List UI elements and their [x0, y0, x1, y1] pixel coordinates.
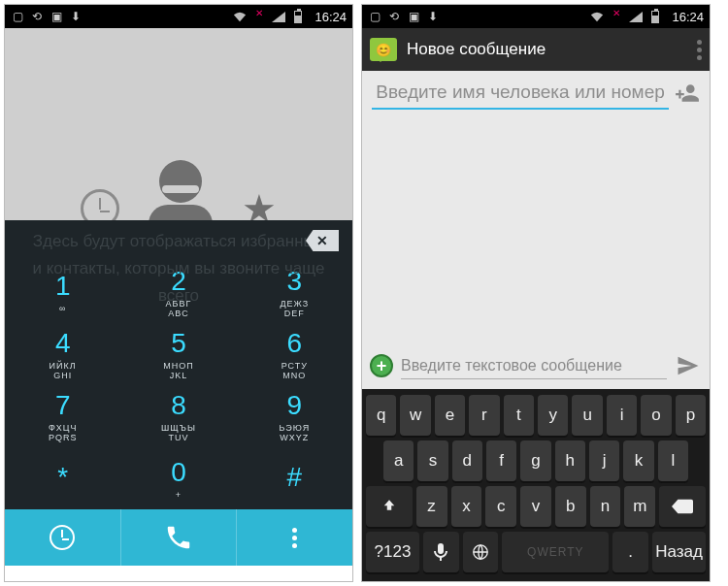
key-t[interactable]: t: [504, 395, 534, 436]
backspace-button[interactable]: ✕: [306, 230, 339, 251]
key-j[interactable]: j: [589, 440, 619, 481]
mic-key[interactable]: [423, 532, 459, 572]
message-input[interactable]: Введите текстовое сообщение: [401, 353, 667, 379]
signal-icon: [272, 10, 285, 23]
dial-key-6[interactable]: 6РСТУ MNO: [237, 323, 352, 385]
link-icon: ⟲: [387, 10, 401, 23]
battery-icon: [648, 10, 662, 23]
status-bar: ▢ ⟲ ▣ ⬇ ✕ 16:24: [5, 5, 352, 28]
gallery-icon: ▢: [368, 10, 381, 23]
key-h[interactable]: h: [555, 440, 585, 481]
key-v[interactable]: v: [520, 486, 551, 527]
dialer-bottom-bar: [5, 509, 352, 566]
briefcase-icon: ▣: [50, 10, 63, 23]
dial-key-9[interactable]: 9ЬЭЮЯ WXYZ: [237, 385, 352, 447]
messaging-title: Новое сообщение: [407, 40, 687, 59]
briefcase-icon: ▣: [407, 10, 420, 23]
language-key[interactable]: [463, 532, 499, 572]
key-e[interactable]: e: [435, 395, 465, 436]
add-contact-icon[interactable]: [675, 81, 700, 106]
key-d[interactable]: d: [452, 440, 482, 481]
dial-keypad: 1∞2АБВГ ABC3ДЕЖЗ DEF4ИЙКЛ GHI5МНОП JKL6Р…: [5, 261, 352, 509]
key-n[interactable]: n: [590, 486, 621, 527]
shift-key[interactable]: [366, 486, 413, 527]
space-key[interactable]: QWERTY: [502, 532, 609, 572]
phone-icon: [164, 523, 193, 552]
status-time: 16:24: [672, 10, 704, 24]
recipient-input[interactable]: Введите имя человека или номер: [372, 81, 669, 110]
dialer-panel: Здесь будут отображаться избранные и кон…: [5, 220, 352, 509]
download-icon: ⬇: [426, 10, 440, 23]
send-button[interactable]: [675, 352, 702, 379]
key-z[interactable]: z: [416, 486, 447, 527]
period-key[interactable]: .: [612, 532, 648, 572]
clock-icon: [50, 525, 75, 550]
backspace-key[interactable]: [659, 486, 706, 527]
key-o[interactable]: o: [641, 395, 671, 436]
status-bar: ▢ ⟲ ▣ ⬇ ✕ 16:24: [362, 5, 710, 28]
key-q[interactable]: q: [366, 395, 396, 436]
dial-key-1[interactable]: 1∞: [5, 261, 120, 323]
key-g[interactable]: g: [520, 440, 550, 481]
overflow-button[interactable]: [697, 40, 702, 60]
no-sim-icon: ✕: [252, 6, 266, 19]
wifi-icon: [590, 10, 604, 23]
key-m[interactable]: m: [624, 486, 655, 527]
key-a[interactable]: a: [383, 440, 414, 481]
key-y[interactable]: y: [538, 395, 568, 436]
back-key[interactable]: Назад: [652, 532, 706, 572]
key-x[interactable]: x: [451, 486, 482, 527]
history-button[interactable]: [5, 509, 120, 566]
dial-key-4[interactable]: 4ИЙКЛ GHI: [5, 323, 120, 385]
dial-key-5[interactable]: 5МНОП JKL: [120, 323, 236, 385]
soft-keyboard: qwertyuiop asdfghjkl zxcvbnm ?123QWERTY.…: [362, 389, 710, 581]
key-c[interactable]: c: [485, 486, 516, 527]
key-s[interactable]: s: [417, 440, 447, 481]
signal-icon: [629, 10, 643, 23]
dial-key-#[interactable]: #: [237, 447, 352, 509]
messaging-app-icon: 😊: [370, 38, 397, 61]
status-time: 16:24: [314, 10, 347, 24]
wifi-icon: [233, 10, 247, 23]
dial-key-*[interactable]: *: [5, 447, 120, 509]
key-l[interactable]: l: [658, 440, 688, 481]
download-icon: ⬇: [69, 10, 83, 23]
no-sim-icon: ✕: [610, 6, 623, 19]
battery-icon: [291, 10, 305, 23]
key-b[interactable]: b: [555, 486, 586, 527]
link-icon: ⟲: [30, 10, 44, 23]
key-p[interactable]: p: [676, 395, 706, 436]
contact-avatar-icon: [147, 160, 215, 228]
key-r[interactable]: r: [469, 395, 499, 436]
key-i[interactable]: i: [607, 395, 637, 436]
compose-row: + Введите текстовое сообщение: [362, 342, 710, 389]
dial-key-0[interactable]: 0+: [120, 447, 236, 509]
message-thread-area: [362, 110, 710, 342]
key-k[interactable]: k: [623, 440, 653, 481]
gallery-icon: ▢: [11, 10, 24, 23]
key-u[interactable]: u: [572, 395, 602, 436]
attach-button[interactable]: +: [370, 354, 393, 377]
key-f[interactable]: f: [486, 440, 516, 481]
messaging-header: 😊 Новое сообщение: [362, 28, 710, 71]
dial-key-8[interactable]: 8ШЩЪЫ TUV: [120, 385, 236, 447]
dial-key-3[interactable]: 3ДЕЖЗ DEF: [237, 261, 352, 323]
dial-key-2[interactable]: 2АБВГ ABC: [120, 261, 236, 323]
dialer-favorites-area: ★: [5, 28, 352, 220]
symbols-key[interactable]: ?123: [366, 532, 419, 572]
overflow-icon: [292, 528, 297, 548]
overflow-button[interactable]: [237, 509, 352, 566]
dial-key-7[interactable]: 7ФХЦЧ PQRS: [5, 385, 120, 447]
call-button[interactable]: [121, 509, 237, 566]
phone-dialer: ▢ ⟲ ▣ ⬇ ✕ 16:24 ★: [4, 4, 353, 582]
phone-messaging: ▢ ⟲ ▣ ⬇ ✕ 16:24 😊 Новое сообщение В: [361, 4, 711, 582]
key-w[interactable]: w: [400, 395, 430, 436]
